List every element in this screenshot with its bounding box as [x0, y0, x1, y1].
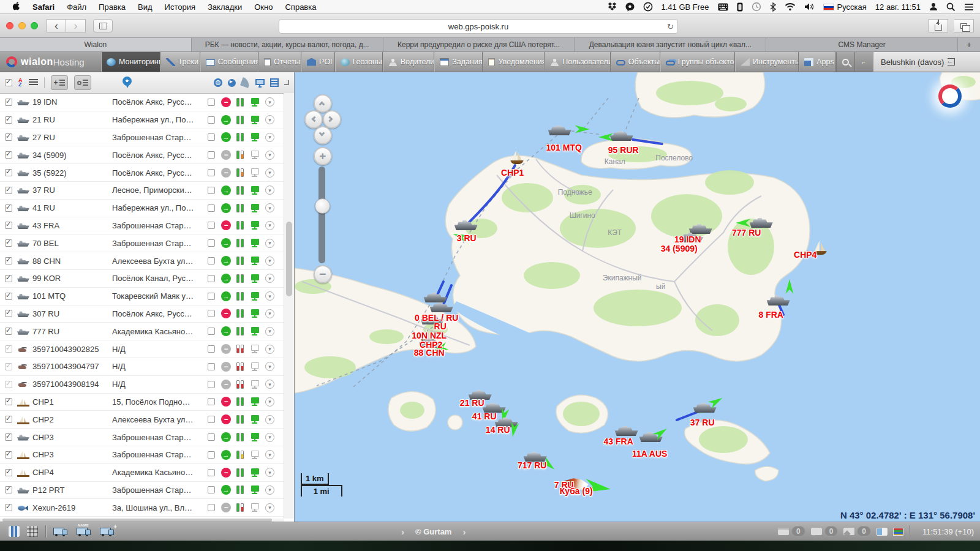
unit-menu-button[interactable] — [265, 397, 274, 407]
unit-map-label[interactable]: 19 IDN — [674, 234, 701, 244]
unit-name[interactable]: 43 FRA — [32, 221, 112, 230]
zoom-in-button[interactable]: + — [314, 147, 332, 165]
menu-help[interactable]: Справка — [279, 2, 322, 12]
status-counter[interactable]: 0 — [778, 526, 805, 537]
new-tab-button[interactable]: + — [958, 38, 980, 51]
select-all-checkbox[interactable] — [5, 79, 12, 86]
apple-menu[interactable] — [6, 1, 26, 12]
map-canvas[interactable]: КаналПоспеловоПодножьеШигиноКЭТЭкипажный… — [295, 72, 980, 522]
unit-watch-checkbox[interactable] — [208, 398, 215, 405]
unit-name[interactable]: 35 (5922) — [32, 168, 112, 178]
unit-visibility-checkbox[interactable] — [5, 275, 12, 282]
nav-item[interactable]: Уведомления — [483, 52, 545, 72]
unit-row[interactable]: 35 (5922) Посёлок Аякс, Русс… — [0, 164, 288, 182]
unit-row[interactable]: 777 RU Академика Касьяно… — [0, 323, 288, 340]
menu-view[interactable]: Вид — [132, 2, 159, 12]
unit-row[interactable]: 70 BEL Заброшенная Стар… — [0, 234, 288, 252]
nav-item[interactable]: Пользователи — [545, 52, 610, 72]
unit-map-label[interactable]: 777 RU — [732, 228, 761, 238]
nav-item[interactable]: POI — [301, 52, 335, 72]
unit-map-label[interactable]: 101 MTQ — [546, 143, 582, 152]
spotlight-search-icon[interactable] — [946, 2, 956, 12]
unit-visibility-checkbox[interactable] — [5, 433, 12, 441]
unit-map-label[interactable]: 88 CHN — [414, 348, 445, 358]
unit-watch-checkbox[interactable] — [208, 133, 215, 141]
unit-watch-checkbox[interactable] — [208, 328, 215, 335]
add-unit-map-button[interactable]: + — [100, 527, 116, 536]
unit-row[interactable]: 88 CHN Алексеева Бухта ул… — [0, 252, 288, 270]
nav-item[interactable]: Объекты — [611, 52, 660, 72]
unit-marker[interactable] — [510, 147, 524, 164]
unit-map-label[interactable]: 21 RU — [460, 398, 484, 408]
menubar-clock[interactable]: 12 авг. 11:51 — [875, 2, 921, 12]
unit-menu-button[interactable] — [265, 257, 274, 266]
unit-name[interactable]: CHP3 — [32, 433, 112, 442]
unit-visibility-checkbox[interactable] — [5, 469, 12, 476]
unit-watch-checkbox[interactable] — [208, 116, 215, 124]
unit-name[interactable]: 41 RU — [32, 203, 112, 212]
close-window-button[interactable] — [6, 22, 13, 29]
unit-name[interactable]: CHP3 — [32, 450, 112, 459]
unit-visibility-checkbox[interactable] — [5, 504, 12, 511]
list-view-icon[interactable] — [29, 79, 38, 86]
menu-history[interactable]: История — [159, 2, 202, 12]
sim-icon[interactable] — [737, 2, 743, 12]
browser-tab[interactable]: РБК — новости, акции, курсы валют, погод… — [192, 38, 383, 51]
zoom-out-button[interactable]: − — [314, 265, 332, 283]
unit-row[interactable]: Xexun-2619 За, Шошина ул., Вл… — [0, 499, 288, 517]
sort-az-icon[interactable]: AZ — [18, 78, 23, 87]
unit-list-icon[interactable] — [270, 78, 279, 87]
share-button[interactable] — [929, 19, 948, 32]
unit-visibility-checkbox[interactable] — [5, 222, 12, 229]
scrollbar-thumb[interactable] — [286, 222, 292, 296]
zoom-slider-handle[interactable] — [315, 198, 330, 214]
nav-item[interactable]: Водители — [383, 52, 435, 72]
pan-down-button[interactable] — [314, 126, 332, 144]
browser-tab[interactable]: Керри предупредил о риске для США потеря… — [383, 38, 575, 51]
unit-watch-checkbox[interactable] — [208, 257, 215, 264]
unit-menu-button[interactable] — [265, 221, 274, 230]
connection-monitor-icon[interactable] — [255, 79, 265, 85]
unit-visibility-checkbox[interactable] — [5, 381, 12, 388]
bluetooth-icon[interactable] — [770, 2, 776, 12]
unit-name[interactable]: 37 RU — [32, 186, 112, 195]
sidebar-button[interactable] — [93, 19, 113, 32]
unit-row[interactable]: CHP3 Заброшенная Стар… — [0, 429, 288, 446]
unit-map-label[interactable]: RU — [434, 321, 447, 331]
grid-view-button[interactable] — [27, 526, 38, 537]
unit-name[interactable]: 359710043908194 — [32, 380, 112, 389]
unit-menu-button[interactable] — [265, 239, 274, 248]
map-legend-icon[interactable] — [893, 528, 903, 536]
unit-name[interactable]: 99 KOR — [32, 274, 112, 283]
unit-name[interactable]: 777 RU — [32, 327, 112, 336]
unit-menu-button[interactable] — [265, 151, 274, 160]
unit-row[interactable]: 19 IDN Посёлок Аякс, Русс… — [0, 94, 288, 111]
unit-row[interactable]: 99 KOR Посёлок Канал, Рус… — [0, 270, 288, 288]
unit-visibility-checkbox[interactable] — [5, 133, 12, 141]
viber-icon[interactable] — [625, 2, 635, 12]
unit-map-label[interactable]: 37 RU — [690, 418, 715, 427]
nav-expand-button[interactable]: ⌐ — [854, 52, 873, 72]
user-menu[interactable]: Belushkin (davos) — [873, 52, 980, 72]
unit-map-label[interactable]: 34 (5909) — [661, 244, 698, 253]
unit-visibility-checkbox[interactable] — [5, 486, 12, 493]
unit-map-label[interactable]: 10N NZL — [412, 331, 447, 340]
wifi-icon[interactable] — [785, 2, 796, 11]
nav-item[interactable]: Геозоны — [335, 52, 383, 72]
unit-name[interactable]: 19 IDN — [32, 97, 112, 107]
unit-visibility-checkbox[interactable] — [5, 416, 12, 423]
menu-edit[interactable]: Правка — [92, 2, 132, 12]
nav-item[interactable]: Группы объектов — [660, 52, 735, 72]
volume-icon[interactable] — [804, 2, 815, 11]
unit-watch-checkbox[interactable] — [208, 381, 215, 388]
status-counter[interactable]: 0 — [843, 526, 871, 537]
unit-name[interactable]: 70 BEL — [32, 239, 112, 248]
add-unit-button[interactable]: + — [51, 75, 68, 90]
unit-name[interactable]: 88 CHN — [32, 257, 112, 266]
forward-button[interactable] — [66, 19, 86, 32]
unit-map-label[interactable]: 11A AUS — [632, 449, 667, 459]
nav-item[interactable]: Сообщения — [200, 52, 258, 72]
unit-map-label[interactable]: 41 RU — [472, 411, 497, 421]
unit-menu-button[interactable] — [265, 291, 274, 301]
unit-menu-button[interactable] — [265, 468, 274, 477]
